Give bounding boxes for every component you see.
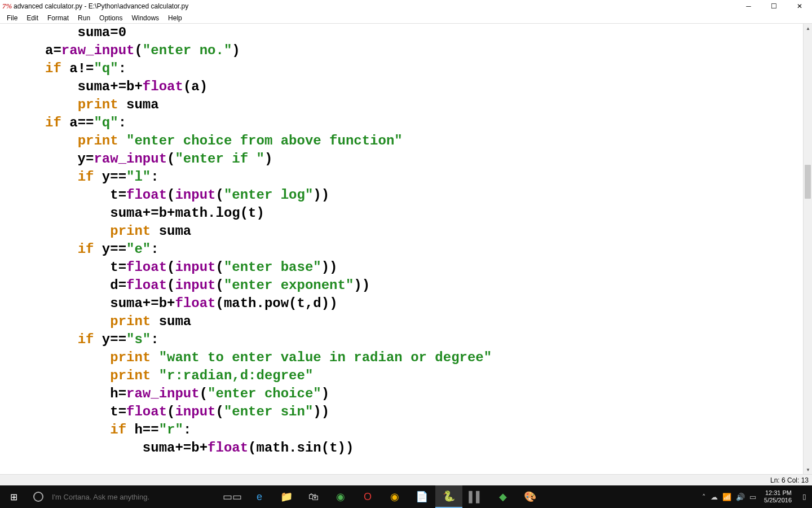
code-line: d=float(input("enter exponent")) <box>5 277 803 295</box>
code-line: print suma <box>5 96 803 114</box>
code-editor[interactable]: suma=0 a=raw_input("enter no.") if a!="q… <box>0 24 803 474</box>
menu-help[interactable]: Help <box>164 13 187 23</box>
code-line: a=raw_input("enter no.") <box>5 42 803 60</box>
tray-input-icon[interactable]: ▭ <box>749 493 756 501</box>
code-line: suma+=b+math.log(t) <box>5 204 803 222</box>
code-line: if y=="e": <box>5 240 803 259</box>
taskbar-app-task-view[interactable]: ▭▭ <box>219 485 246 508</box>
taskbar-app-chrome[interactable]: ◉ <box>381 485 408 508</box>
statusbar: Ln: 6 Col: 13 <box>0 474 812 485</box>
windows-icon: ⊞ <box>10 492 17 502</box>
taskbar-app-notepadpp[interactable]: 📄 <box>408 485 435 508</box>
menu-run[interactable]: Run <box>73 13 95 23</box>
taskbar-app-pycharm[interactable]: ▌▌ <box>462 485 489 508</box>
menu-options[interactable]: Options <box>95 13 127 23</box>
code-line: if y=="s": <box>5 331 803 349</box>
close-button[interactable]: ✕ <box>787 0 812 12</box>
action-center-button[interactable]: ▯ <box>800 485 809 508</box>
cortana-icon[interactable] <box>27 485 50 508</box>
taskbar-app-drive[interactable]: ◆ <box>489 485 517 508</box>
code-line: print suma <box>5 313 803 331</box>
code-line: print "r:radian,d:degree" <box>5 367 803 385</box>
code-line: print "want to enter value in radian or … <box>5 349 803 367</box>
code-line: if y=="l": <box>5 168 803 186</box>
taskbar-app-opera[interactable]: O <box>354 485 381 508</box>
cursor-position: Ln: 6 Col: 13 <box>770 476 809 484</box>
taskbar-app-paint[interactable]: 🎨 <box>517 485 544 508</box>
scroll-thumb[interactable] <box>805 165 811 199</box>
code-line: suma=0 <box>5 24 803 42</box>
window-title: advanced calculator.py - E:\Python\advan… <box>14 2 188 10</box>
code-line: if a!="q": <box>5 60 803 78</box>
taskbar-app-idle[interactable]: 🐍 <box>435 485 462 508</box>
code-line: print "enter choice from above function" <box>5 132 803 150</box>
vertical-scrollbar[interactable]: ▲ ▼ <box>803 24 812 474</box>
window-controls: ─ ☐ ✕ <box>736 0 812 12</box>
app-icon: 7% <box>2 2 10 10</box>
minimize-button[interactable]: ─ <box>736 0 761 12</box>
cortana-search-input[interactable] <box>50 485 208 508</box>
tray-onedrive-icon[interactable]: ☁ <box>710 493 718 501</box>
taskbar-app-utorrent[interactable]: ◉ <box>327 485 354 508</box>
tray-network-icon[interactable]: 📶 <box>722 493 731 501</box>
code-line: suma+=b+float(math.pow(t,d)) <box>5 295 803 313</box>
maximize-button[interactable]: ☐ <box>761 0 787 12</box>
code-line: h=raw_input("enter choice") <box>5 385 803 403</box>
system-tray: ˄ ☁ 📶 🔊 ▭ 12:31 PM 5/25/2016 ▯ <box>702 485 812 508</box>
taskbar-apps: ▭▭e📁🛍◉O◉📄🐍▌▌◆🎨 <box>219 485 544 508</box>
clock-date: 5/25/2016 <box>764 497 792 504</box>
tray-volume-icon[interactable]: 🔊 <box>736 493 745 501</box>
menu-file[interactable]: File <box>2 13 22 23</box>
clock-time: 12:31 PM <box>764 489 792 497</box>
code-line: if h=="r": <box>5 421 803 439</box>
circle-icon <box>33 492 43 502</box>
scroll-up-button[interactable]: ▲ <box>804 24 812 33</box>
tray-chevron-icon[interactable]: ˄ <box>702 493 706 501</box>
taskbar-app-store[interactable]: 🛍 <box>300 485 327 508</box>
editor-area: suma=0 a=raw_input("enter no.") if a!="q… <box>0 24 812 474</box>
menubar: FileEditFormatRunOptionsWindowsHelp <box>0 12 812 24</box>
menu-format[interactable]: Format <box>43 13 73 23</box>
menu-windows[interactable]: Windows <box>127 13 164 23</box>
code-line: t=float(input("enter log")) <box>5 186 803 204</box>
code-line: t=float(input("enter base")) <box>5 259 803 277</box>
code-line: y=raw_input("enter if ") <box>5 150 803 168</box>
taskbar-app-file-explorer[interactable]: 📁 <box>273 485 300 508</box>
start-button[interactable]: ⊞ <box>0 485 27 508</box>
code-line: print suma <box>5 222 803 240</box>
tray-clock[interactable]: 12:31 PM 5/25/2016 <box>761 489 795 504</box>
code-line: t=float(input("enter sin")) <box>5 403 803 421</box>
code-line: if a=="q": <box>5 114 803 132</box>
taskbar: ⊞ ▭▭e📁🛍◉O◉📄🐍▌▌◆🎨 ˄ ☁ 📶 🔊 ▭ 12:31 PM 5/25… <box>0 485 812 508</box>
code-line: suma+=b+float(math.sin(t)) <box>5 439 803 457</box>
scroll-down-button[interactable]: ▼ <box>804 465 812 474</box>
code-line: suma+=b+float(a) <box>5 78 803 96</box>
taskbar-app-edge[interactable]: e <box>246 485 273 508</box>
titlebar: 7% advanced calculator.py - E:\Python\ad… <box>0 0 812 12</box>
menu-edit[interactable]: Edit <box>22 13 43 23</box>
